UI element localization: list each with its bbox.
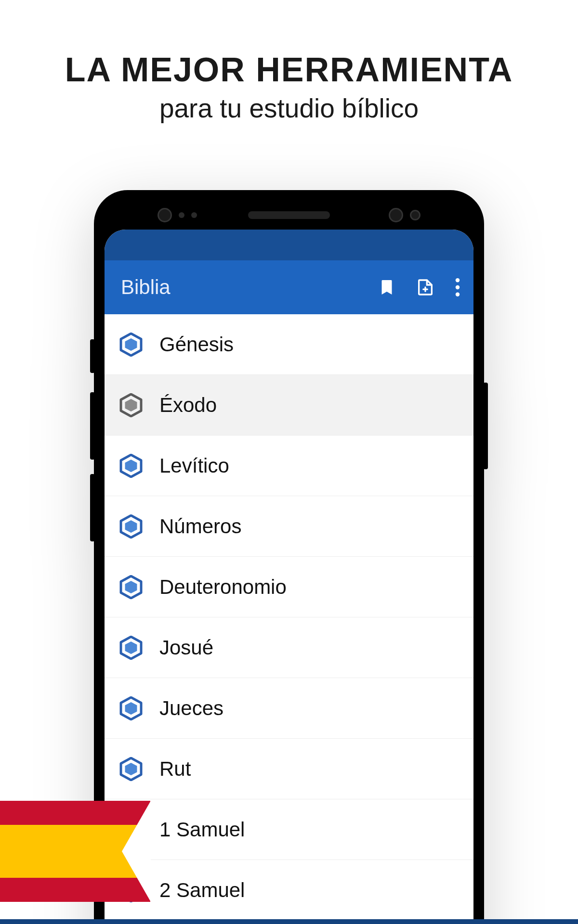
- hexagon-icon: [119, 454, 143, 478]
- hexagon-icon: [119, 696, 143, 720]
- phone-frame: Biblia Génesis Éxodo Levít: [94, 190, 484, 924]
- book-label: Deuteronomio: [159, 576, 287, 599]
- book-label: 1 Samuel: [159, 818, 245, 841]
- phone-side-button: [90, 339, 95, 373]
- hexagon-icon: [119, 757, 143, 781]
- svg-point-0: [456, 278, 460, 282]
- svg-marker-12: [125, 581, 137, 593]
- book-label: Josué: [159, 636, 213, 659]
- footer-accent-bar: [0, 919, 578, 924]
- phone-side-button: [90, 474, 95, 541]
- book-label: Génesis: [159, 333, 234, 356]
- svg-point-2: [456, 293, 460, 296]
- headline-title: LA MEJOR HERRAMIENTA: [0, 51, 578, 89]
- list-item[interactable]: 1 Samuel: [105, 799, 473, 860]
- phone-screen: Biblia Génesis Éxodo Levít: [105, 230, 473, 924]
- phone-notch: [105, 201, 473, 230]
- app-bar-title: Biblia: [121, 276, 378, 299]
- headline-subtitle: para tu estudio bíblico: [0, 93, 578, 124]
- android-status-bar: [105, 230, 473, 260]
- more-vertical-icon[interactable]: [455, 278, 460, 296]
- list-item[interactable]: Josué: [105, 617, 473, 678]
- list-item[interactable]: Rut: [105, 739, 473, 799]
- hexagon-icon: [119, 333, 143, 357]
- list-item[interactable]: 2 Samuel: [105, 860, 473, 921]
- svg-marker-4: [125, 338, 137, 351]
- spain-flag-ribbon: [0, 801, 150, 902]
- svg-marker-6: [125, 399, 137, 411]
- list-item[interactable]: Deuteronomio: [105, 557, 473, 617]
- hexagon-icon: [119, 575, 143, 599]
- hexagon-icon: [119, 636, 143, 660]
- phone-side-button: [483, 383, 488, 469]
- svg-marker-16: [125, 702, 137, 715]
- phone-mockup: Biblia Génesis Éxodo Levít: [94, 190, 484, 924]
- svg-marker-18: [125, 763, 137, 775]
- app-bar: Biblia: [105, 260, 473, 314]
- add-note-icon[interactable]: [416, 278, 435, 297]
- hexagon-icon: [119, 393, 143, 417]
- book-label: Jueces: [159, 697, 223, 720]
- list-item[interactable]: Levítico: [105, 436, 473, 496]
- list-item[interactable]: Jueces: [105, 678, 473, 739]
- book-label: Éxodo: [159, 394, 217, 417]
- svg-marker-8: [125, 460, 137, 472]
- book-list[interactable]: Génesis Éxodo Levítico Números Deuterono…: [105, 314, 473, 924]
- svg-marker-14: [125, 642, 137, 654]
- phone-side-button: [90, 392, 95, 460]
- hexagon-icon: [119, 514, 143, 539]
- bookmark-icon[interactable]: [378, 279, 395, 296]
- book-label: 2 Samuel: [159, 879, 245, 902]
- promo-headline: LA MEJOR HERRAMIENTA para tu estudio bíb…: [0, 51, 578, 124]
- book-label: Levítico: [159, 454, 229, 477]
- list-item[interactable]: Génesis: [105, 314, 473, 375]
- book-label: Rut: [159, 757, 191, 781]
- svg-marker-10: [125, 520, 137, 533]
- svg-point-1: [456, 285, 460, 289]
- list-item[interactable]: Números: [105, 496, 473, 557]
- book-label: Números: [159, 515, 241, 538]
- list-item[interactable]: Éxodo: [105, 375, 473, 436]
